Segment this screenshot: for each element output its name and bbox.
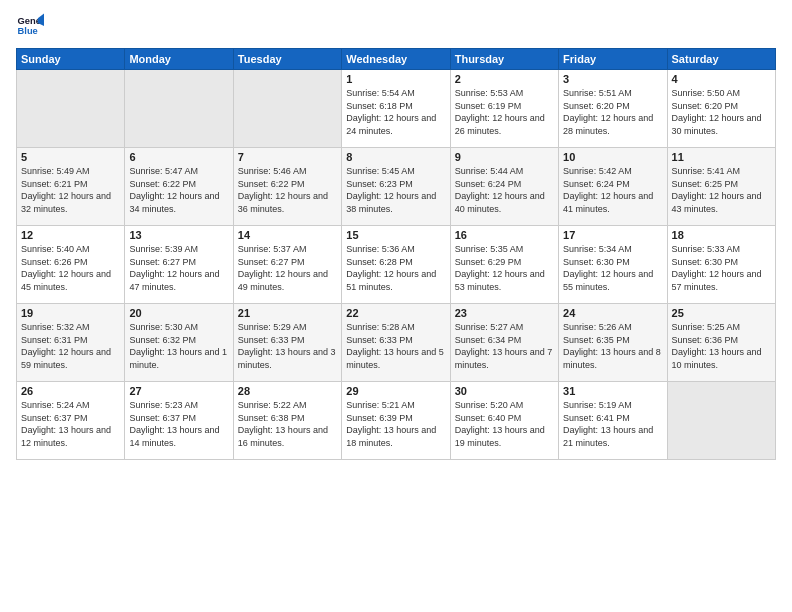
day-number: 20 xyxy=(129,307,228,319)
calendar-cell: 27Sunrise: 5:23 AM Sunset: 6:37 PM Dayli… xyxy=(125,382,233,460)
calendar-table: SundayMondayTuesdayWednesdayThursdayFrid… xyxy=(16,48,776,460)
day-number: 23 xyxy=(455,307,554,319)
calendar-cell: 4Sunrise: 5:50 AM Sunset: 6:20 PM Daylig… xyxy=(667,70,775,148)
day-number: 28 xyxy=(238,385,337,397)
day-info: Sunrise: 5:33 AM Sunset: 6:30 PM Dayligh… xyxy=(672,243,771,293)
day-number: 27 xyxy=(129,385,228,397)
day-number: 3 xyxy=(563,73,662,85)
calendar-cell: 5Sunrise: 5:49 AM Sunset: 6:21 PM Daylig… xyxy=(17,148,125,226)
calendar-cell: 21Sunrise: 5:29 AM Sunset: 6:33 PM Dayli… xyxy=(233,304,341,382)
day-info: Sunrise: 5:54 AM Sunset: 6:18 PM Dayligh… xyxy=(346,87,445,137)
weekday-header: Sunday xyxy=(17,49,125,70)
calendar-week-row: 1Sunrise: 5:54 AM Sunset: 6:18 PM Daylig… xyxy=(17,70,776,148)
day-info: Sunrise: 5:46 AM Sunset: 6:22 PM Dayligh… xyxy=(238,165,337,215)
calendar-cell: 20Sunrise: 5:30 AM Sunset: 6:32 PM Dayli… xyxy=(125,304,233,382)
day-info: Sunrise: 5:50 AM Sunset: 6:20 PM Dayligh… xyxy=(672,87,771,137)
day-info: Sunrise: 5:27 AM Sunset: 6:34 PM Dayligh… xyxy=(455,321,554,371)
calendar-cell: 28Sunrise: 5:22 AM Sunset: 6:38 PM Dayli… xyxy=(233,382,341,460)
day-info: Sunrise: 5:37 AM Sunset: 6:27 PM Dayligh… xyxy=(238,243,337,293)
calendar-cell: 6Sunrise: 5:47 AM Sunset: 6:22 PM Daylig… xyxy=(125,148,233,226)
day-number: 30 xyxy=(455,385,554,397)
day-number: 11 xyxy=(672,151,771,163)
calendar-cell: 2Sunrise: 5:53 AM Sunset: 6:19 PM Daylig… xyxy=(450,70,558,148)
calendar-cell: 24Sunrise: 5:26 AM Sunset: 6:35 PM Dayli… xyxy=(559,304,667,382)
day-number: 12 xyxy=(21,229,120,241)
weekday-header: Thursday xyxy=(450,49,558,70)
calendar-cell: 22Sunrise: 5:28 AM Sunset: 6:33 PM Dayli… xyxy=(342,304,450,382)
day-number: 25 xyxy=(672,307,771,319)
calendar-cell: 13Sunrise: 5:39 AM Sunset: 6:27 PM Dayli… xyxy=(125,226,233,304)
svg-text:Blue: Blue xyxy=(18,26,38,36)
day-info: Sunrise: 5:23 AM Sunset: 6:37 PM Dayligh… xyxy=(129,399,228,449)
day-info: Sunrise: 5:22 AM Sunset: 6:38 PM Dayligh… xyxy=(238,399,337,449)
day-number: 22 xyxy=(346,307,445,319)
calendar-cell: 31Sunrise: 5:19 AM Sunset: 6:41 PM Dayli… xyxy=(559,382,667,460)
calendar-cell: 10Sunrise: 5:42 AM Sunset: 6:24 PM Dayli… xyxy=(559,148,667,226)
day-info: Sunrise: 5:28 AM Sunset: 6:33 PM Dayligh… xyxy=(346,321,445,371)
day-info: Sunrise: 5:42 AM Sunset: 6:24 PM Dayligh… xyxy=(563,165,662,215)
logo: General Blue xyxy=(16,12,44,40)
day-info: Sunrise: 5:29 AM Sunset: 6:33 PM Dayligh… xyxy=(238,321,337,371)
weekday-header: Wednesday xyxy=(342,49,450,70)
calendar-cell: 9Sunrise: 5:44 AM Sunset: 6:24 PM Daylig… xyxy=(450,148,558,226)
day-info: Sunrise: 5:49 AM Sunset: 6:21 PM Dayligh… xyxy=(21,165,120,215)
day-number: 14 xyxy=(238,229,337,241)
day-number: 9 xyxy=(455,151,554,163)
calendar-cell: 23Sunrise: 5:27 AM Sunset: 6:34 PM Dayli… xyxy=(450,304,558,382)
day-info: Sunrise: 5:21 AM Sunset: 6:39 PM Dayligh… xyxy=(346,399,445,449)
day-info: Sunrise: 5:32 AM Sunset: 6:31 PM Dayligh… xyxy=(21,321,120,371)
day-info: Sunrise: 5:47 AM Sunset: 6:22 PM Dayligh… xyxy=(129,165,228,215)
day-info: Sunrise: 5:20 AM Sunset: 6:40 PM Dayligh… xyxy=(455,399,554,449)
calendar-cell xyxy=(17,70,125,148)
day-number: 17 xyxy=(563,229,662,241)
calendar-page: General Blue SundayMondayTuesdayWednesda… xyxy=(0,0,792,612)
calendar-week-row: 5Sunrise: 5:49 AM Sunset: 6:21 PM Daylig… xyxy=(17,148,776,226)
calendar-cell xyxy=(233,70,341,148)
weekday-header-row: SundayMondayTuesdayWednesdayThursdayFrid… xyxy=(17,49,776,70)
logo-icon: General Blue xyxy=(16,12,44,40)
day-number: 1 xyxy=(346,73,445,85)
day-number: 26 xyxy=(21,385,120,397)
calendar-cell: 17Sunrise: 5:34 AM Sunset: 6:30 PM Dayli… xyxy=(559,226,667,304)
day-info: Sunrise: 5:35 AM Sunset: 6:29 PM Dayligh… xyxy=(455,243,554,293)
day-number: 15 xyxy=(346,229,445,241)
day-number: 6 xyxy=(129,151,228,163)
calendar-week-row: 26Sunrise: 5:24 AM Sunset: 6:37 PM Dayli… xyxy=(17,382,776,460)
calendar-cell: 11Sunrise: 5:41 AM Sunset: 6:25 PM Dayli… xyxy=(667,148,775,226)
calendar-cell: 14Sunrise: 5:37 AM Sunset: 6:27 PM Dayli… xyxy=(233,226,341,304)
day-info: Sunrise: 5:34 AM Sunset: 6:30 PM Dayligh… xyxy=(563,243,662,293)
day-number: 5 xyxy=(21,151,120,163)
day-number: 13 xyxy=(129,229,228,241)
calendar-week-row: 19Sunrise: 5:32 AM Sunset: 6:31 PM Dayli… xyxy=(17,304,776,382)
day-info: Sunrise: 5:51 AM Sunset: 6:20 PM Dayligh… xyxy=(563,87,662,137)
day-number: 8 xyxy=(346,151,445,163)
calendar-cell: 19Sunrise: 5:32 AM Sunset: 6:31 PM Dayli… xyxy=(17,304,125,382)
day-number: 21 xyxy=(238,307,337,319)
day-info: Sunrise: 5:45 AM Sunset: 6:23 PM Dayligh… xyxy=(346,165,445,215)
page-header: General Blue xyxy=(16,12,776,40)
day-number: 7 xyxy=(238,151,337,163)
calendar-cell: 25Sunrise: 5:25 AM Sunset: 6:36 PM Dayli… xyxy=(667,304,775,382)
calendar-cell: 16Sunrise: 5:35 AM Sunset: 6:29 PM Dayli… xyxy=(450,226,558,304)
day-info: Sunrise: 5:25 AM Sunset: 6:36 PM Dayligh… xyxy=(672,321,771,371)
calendar-cell: 3Sunrise: 5:51 AM Sunset: 6:20 PM Daylig… xyxy=(559,70,667,148)
day-info: Sunrise: 5:36 AM Sunset: 6:28 PM Dayligh… xyxy=(346,243,445,293)
day-info: Sunrise: 5:30 AM Sunset: 6:32 PM Dayligh… xyxy=(129,321,228,371)
day-info: Sunrise: 5:26 AM Sunset: 6:35 PM Dayligh… xyxy=(563,321,662,371)
calendar-cell: 29Sunrise: 5:21 AM Sunset: 6:39 PM Dayli… xyxy=(342,382,450,460)
weekday-header: Tuesday xyxy=(233,49,341,70)
calendar-week-row: 12Sunrise: 5:40 AM Sunset: 6:26 PM Dayli… xyxy=(17,226,776,304)
day-number: 10 xyxy=(563,151,662,163)
calendar-cell xyxy=(667,382,775,460)
day-info: Sunrise: 5:24 AM Sunset: 6:37 PM Dayligh… xyxy=(21,399,120,449)
calendar-cell: 12Sunrise: 5:40 AM Sunset: 6:26 PM Dayli… xyxy=(17,226,125,304)
day-info: Sunrise: 5:41 AM Sunset: 6:25 PM Dayligh… xyxy=(672,165,771,215)
day-number: 2 xyxy=(455,73,554,85)
calendar-cell: 8Sunrise: 5:45 AM Sunset: 6:23 PM Daylig… xyxy=(342,148,450,226)
weekday-header: Monday xyxy=(125,49,233,70)
calendar-cell: 26Sunrise: 5:24 AM Sunset: 6:37 PM Dayli… xyxy=(17,382,125,460)
calendar-cell: 30Sunrise: 5:20 AM Sunset: 6:40 PM Dayli… xyxy=(450,382,558,460)
day-info: Sunrise: 5:44 AM Sunset: 6:24 PM Dayligh… xyxy=(455,165,554,215)
day-number: 4 xyxy=(672,73,771,85)
weekday-header: Friday xyxy=(559,49,667,70)
